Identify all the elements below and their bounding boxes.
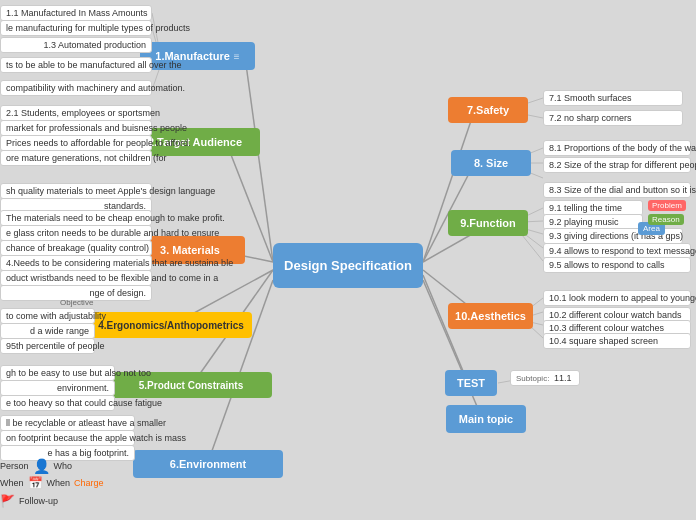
when-label2: When — [47, 478, 71, 488]
environment-leaf-1: ll be recyclable or atleast have a small… — [0, 415, 135, 431]
ergonomics-leaf-2: d a wide range — [0, 323, 95, 339]
ergonomics-leaf-1: to come with adjustability — [0, 308, 95, 324]
when-label1: When — [0, 478, 24, 488]
target-leaf-3: Prices needs to affordable for people to… — [0, 135, 152, 151]
function-node[interactable]: 9.Function — [448, 210, 528, 236]
svg-line-10 — [423, 275, 468, 383]
svg-line-12 — [528, 98, 543, 103]
manufacture-leaf-2: le manufacturing for multiple types of p… — [0, 20, 152, 36]
svg-line-11 — [423, 280, 482, 418]
main-topic-node[interactable]: Main topic — [446, 405, 526, 433]
size-label: 8. Size — [474, 157, 508, 169]
svg-line-6 — [423, 109, 475, 262]
svg-line-21 — [522, 235, 543, 261]
safety-leaf-2: 7.2 no sharp corners — [543, 110, 683, 126]
test-label: TEST — [457, 377, 485, 389]
followup-label: Follow-up — [19, 496, 58, 506]
main-topic-label: Main topic — [459, 413, 513, 425]
person-label: Person — [0, 461, 29, 471]
size-leaf-2: 8.2 Size of the strap for different peop… — [543, 157, 691, 173]
subtopic-value: 11.1 — [554, 373, 572, 383]
safety-node[interactable]: 7.Safety — [448, 97, 528, 123]
charge-label: Charge — [74, 478, 104, 488]
environment-label: 6.Environment — [170, 458, 246, 470]
function-label: 9.Function — [460, 217, 516, 229]
ergonomics-leaf-3: 95th percentile of people — [0, 338, 95, 354]
target-leaf-2: market for professionals and buisness pe… — [0, 120, 152, 136]
center-node[interactable]: Design Specification — [273, 243, 423, 288]
aesthetics-node[interactable]: 10.Aesthetics — [448, 303, 533, 329]
environment-node[interactable]: 6.Environment — [133, 450, 283, 478]
materials-leaf-3: The materials need to be cheap enough to… — [0, 210, 152, 226]
subtopic-label: Subtopic: — [516, 374, 549, 383]
manufacture-leaf-5: compatibility with machinery and automat… — [0, 80, 152, 96]
materials-leaf-5: chance of breakage (quality control) — [0, 240, 152, 256]
flag-icon: 🚩 — [0, 494, 15, 508]
aesthetics-label: 10.Aesthetics — [455, 310, 526, 322]
who-label: Who — [54, 461, 73, 471]
ergonomics-label: 4.Ergonomics/Anthopometrics — [98, 320, 244, 331]
person-icon: 👤 — [33, 458, 50, 474]
manufacture-leaf-3: 1.3 Automated production — [0, 37, 152, 53]
test-node[interactable]: TEST — [445, 370, 497, 396]
materials-leaf-4: e glass criton needs to be durable and h… — [0, 225, 152, 241]
safety-label: 7.Safety — [467, 104, 509, 116]
target-leaf-4: ore mature generations, not children (fo… — [0, 150, 152, 166]
ergonomics-node[interactable]: 4.Ergonomics/Anthopometrics — [90, 312, 252, 338]
canvas: Design Specification 1.Manufacture ≡ 2.T… — [0, 0, 696, 520]
calendar-icon: 📅 — [28, 476, 43, 490]
environment-leaf-2: on footprint because the apple watch is … — [0, 430, 135, 446]
materials-leaf-6: 4.Needs to be considering materials that… — [0, 255, 152, 271]
test-subtopic: Subtopic: 11.1 — [510, 370, 580, 386]
reason-badge: Reason — [648, 214, 684, 225]
materials-leaf-7: oduct wristbands need to be flexible and… — [0, 270, 152, 286]
manufacture-leaf-4: ts to be able to be manufactured all ove… — [0, 57, 152, 73]
safety-leaf-1: 7.1 Smooth surfaces — [543, 90, 683, 106]
size-node[interactable]: 8. Size — [451, 150, 531, 176]
constraints-leaf-2: environment. — [0, 380, 115, 396]
product-constraints-label: 5.Product Constraints — [139, 380, 243, 391]
svg-line-5 — [208, 280, 273, 462]
size-leaf-3: 8.3 Size of the dial and button so it is… — [543, 182, 691, 198]
svg-line-13 — [528, 115, 543, 118]
size-leaf-1: 8.1 Proportions of the body of the watch… — [543, 140, 691, 156]
constraints-leaf-3: e too heavy so that could cause fatigue — [0, 395, 115, 411]
svg-line-25 — [530, 326, 543, 338]
aesthetics-leaf-4: 10.4 square shaped screen — [543, 333, 691, 349]
function-leaf-5: 9.5 allows to respond to calls — [543, 257, 691, 273]
svg-line-0 — [245, 57, 273, 262]
materials-label: 3. Materials — [160, 244, 220, 256]
problem-badge: Problem — [648, 200, 686, 211]
target-leaf-1: 2.1 Students, employees or sportsmen — [0, 105, 152, 121]
aesthetics-leaf-1: 10.1 look modern to appeal to younger au… — [543, 290, 691, 306]
constraints-leaf-1: gh to be easy to use but also not too — [0, 365, 115, 381]
objective-label: Objective — [60, 298, 93, 307]
center-label: Design Specification — [284, 258, 412, 273]
materials-leaf-1: sh quality materials to meet Apple's des… — [0, 183, 152, 199]
manufacture-leaf-1: 1.1 Manufactured In Mass Amounts — [0, 5, 152, 21]
